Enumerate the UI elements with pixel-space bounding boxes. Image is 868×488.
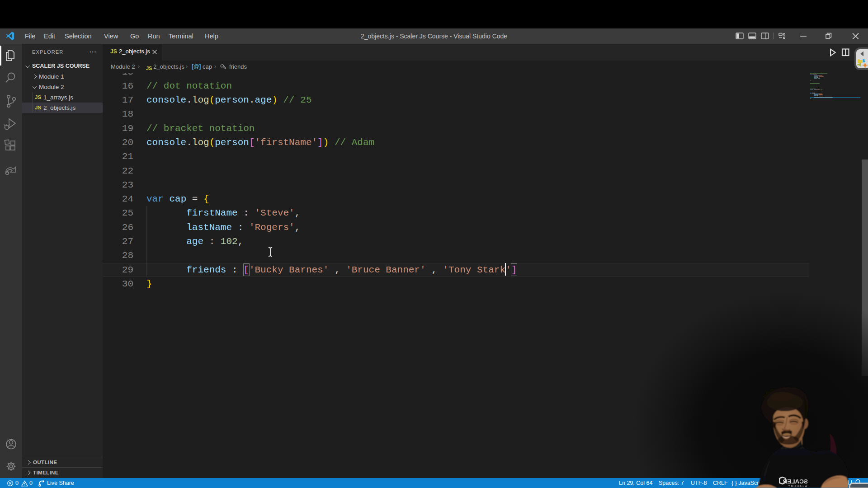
svg-text:SCALER: SCALER — [783, 478, 808, 485]
svg-text:ACADEMY: ACADEMY — [788, 484, 807, 488]
